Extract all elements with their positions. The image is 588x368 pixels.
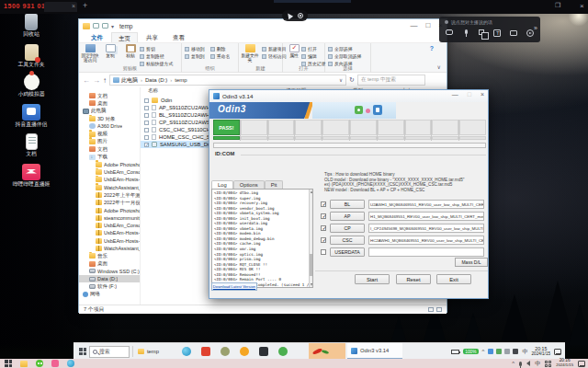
new-tab-icon[interactable]: +	[83, 1, 87, 10]
ribbon-small-button[interactable]: 复制路径	[140, 52, 173, 60]
odin-titlebar[interactable]: Odin3 v3.14 — □ ×	[209, 90, 488, 102]
odin-log[interactable]: <ID:0/004> dtbo.img<ID:0/004> super.img<…	[211, 189, 313, 288]
odin-tab[interactable]: Log	[211, 180, 233, 189]
desktop-icon[interactable]: 哔哩哔哩直播姬	[6, 164, 57, 188]
sidebar-item[interactable]: UsbEAm_Consoles...	[79, 168, 140, 176]
ribbon-small-button[interactable]: 重命名	[210, 52, 231, 60]
odin-checkbox[interactable]	[321, 201, 326, 207]
maximize-icon[interactable]: ❐	[555, 2, 560, 9]
menu-tab[interactable]: 共享	[140, 32, 164, 42]
host-taskbar-icon[interactable]	[5, 360, 12, 367]
sidebar-item[interactable]: 图片	[79, 138, 140, 145]
sidebar-item[interactable]: steamcommunity_3...	[79, 214, 140, 222]
file-checkbox[interactable]	[144, 143, 149, 147]
microphone-icon[interactable]	[519, 362, 522, 366]
ime-indicator[interactable]: 中	[522, 348, 527, 356]
desktop-icon[interactable]: 小鸡模拟器	[6, 74, 57, 98]
taskbar-task-odin[interactable]: Odin3 v3.14	[347, 343, 402, 360]
odin-slot-button[interactable]: CP	[330, 224, 365, 233]
tray-icon[interactable]	[488, 349, 493, 354]
overlay-expand-icon[interactable]: »	[534, 25, 537, 31]
sidebar-item[interactable]: 文档	[79, 145, 140, 153]
file-checkbox[interactable]	[144, 98, 149, 103]
column-header-name[interactable]: 名称	[148, 87, 158, 94]
close-icon[interactable]: ×	[481, 91, 484, 98]
sidebar-item[interactable]: 此电脑	[79, 108, 140, 115]
floating-control-pill[interactable]	[282, 10, 308, 21]
cursor-icon[interactable]	[286, 12, 293, 19]
notification-icon[interactable]	[578, 361, 585, 367]
taskbar-app-icon[interactable]	[278, 347, 288, 356]
exit-button[interactable]: Exit	[436, 274, 471, 284]
overlay-tool-icon[interactable]	[493, 29, 501, 37]
sidebar-item[interactable]: 2022年十一月份报...	[79, 199, 140, 206]
taskbar-task-temp[interactable]: temp	[134, 343, 163, 360]
minimize-icon[interactable]: —	[452, 91, 458, 98]
host-taskbar-icon[interactable]	[36, 360, 43, 367]
tray-expand-icon[interactable]: ^	[482, 349, 485, 354]
overlay-tool-icon[interactable]	[510, 30, 517, 36]
refresh-icon[interactable]: ↻	[349, 76, 355, 84]
taskbar-app-icon[interactable]	[259, 347, 268, 356]
taskbar-app-icon[interactable]	[240, 347, 249, 356]
menu-tab[interactable]: 主页	[111, 32, 138, 42]
ribbon-button[interactable]: 复制	[100, 44, 120, 63]
ime-indicator[interactable]: 中	[535, 360, 540, 368]
quick-access-icon[interactable]	[93, 23, 99, 29]
odin-checkbox[interactable]	[321, 249, 326, 255]
host-taskbar-icon[interactable]	[20, 361, 28, 367]
taskbar-clock[interactable]: 20:16 2024/1/15	[556, 359, 573, 368]
sidebar-item[interactable]: 视频	[79, 130, 140, 137]
taskbar-app-icon[interactable]	[220, 347, 230, 356]
gear-icon[interactable]	[298, 13, 303, 18]
sidebar-item[interactable]: Data (D:)	[79, 275, 140, 282]
scrollbar-thumb[interactable]	[310, 254, 312, 276]
breadcrumb-item[interactable]: 此电脑	[121, 76, 145, 85]
sidebar-item[interactable]: Adobe Photoshop 2...	[79, 206, 140, 213]
overlay-tool-icon[interactable]	[462, 29, 469, 37]
menu-tab[interactable]: 查看	[166, 32, 191, 42]
notification-icon[interactable]	[554, 349, 561, 355]
odin-slot-button[interactable]: CSC	[330, 236, 365, 245]
desktop-icon[interactable]: 回收站	[6, 14, 57, 38]
taskbar-search-input[interactable]: 搜索	[89, 346, 130, 358]
ribbon-button[interactable]: 粘贴	[120, 44, 141, 63]
ribbon-button[interactable]: 固定到快速访问	[80, 44, 100, 63]
sidebar-item[interactable]: 3D 对象	[79, 115, 140, 122]
odin-checkbox[interactable]	[321, 213, 326, 219]
ribbon-small-button[interactable]: 移动到	[185, 45, 205, 52]
quick-access-icon[interactable]	[102, 23, 108, 29]
qat-dropdown-icon[interactable]: ▾	[111, 23, 114, 29]
overlay-tool-icon[interactable]	[526, 29, 534, 37]
breadcrumb-item[interactable]: Data (D:)	[145, 77, 175, 83]
taskbar-app-icon[interactable]	[182, 347, 191, 356]
ribbon-small-button[interactable]: 全部选择	[328, 45, 361, 52]
window-tab[interactable]: ×	[44, 2, 77, 12]
overlay-tool-icon[interactable]	[479, 29, 484, 35]
sidebar-item[interactable]: UsbEAm-Hosts-Edit...	[79, 229, 140, 236]
maximize-icon[interactable]: □	[425, 21, 430, 29]
odin-slot-button[interactable]: BL	[330, 200, 365, 209]
sidebar-item[interactable]: 2022年上半年测试...	[79, 191, 140, 199]
explorer-titlebar[interactable]: ▾ temp — □ ×	[79, 19, 447, 32]
sidebar-item[interactable]: WatchAssistant_3...	[79, 184, 140, 191]
ribbon-small-button[interactable]: 编辑	[301, 52, 326, 60]
tray-icon[interactable]	[513, 349, 518, 354]
file-checkbox[interactable]	[144, 113, 149, 118]
file-checkbox[interactable]	[144, 121, 149, 125]
desktop-icon[interactable]: 工具文件夹	[6, 44, 57, 68]
host-taskbar-icon[interactable]	[51, 360, 59, 367]
file-checkbox[interactable]	[144, 135, 149, 140]
download-latest-link[interactable]: Download Latest Version	[211, 282, 257, 291]
tray-icon[interactable]	[496, 349, 502, 354]
back-icon[interactable]: ←	[83, 76, 90, 85]
sidebar-item[interactable]: 桌面	[79, 260, 140, 268]
desktop-icon[interactable]: 文档	[6, 133, 57, 157]
host-taskbar-icon[interactable]	[67, 360, 74, 367]
odin-slot-button[interactable]: USERDATA	[330, 247, 365, 257]
mass-dl-button[interactable]: Mass D/L	[455, 258, 488, 267]
view-list-icon[interactable]	[428, 307, 434, 312]
close-icon[interactable]: ×	[580, 2, 584, 10]
search-input[interactable]: 在 temp 中搜索	[357, 75, 425, 86]
taskbar-app-icon[interactable]	[201, 347, 210, 356]
